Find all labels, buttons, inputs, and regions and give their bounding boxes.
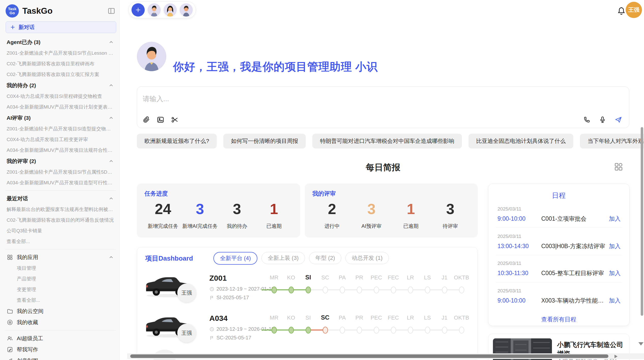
sidebar-item-creative-draw[interactable]: 创意制图	[5, 355, 116, 360]
filter-new-body[interactable]: 全新上装 (3)	[261, 252, 305, 264]
sidebar-task-item[interactable]: C0X4-动力总成开发项目SI里程碑提交物检查	[5, 91, 116, 102]
event-time: 13:00-14:30	[497, 243, 541, 250]
sidebar-task-item[interactable]: C02-飞腾新能源轻客改款项目立项汇报方案	[5, 69, 116, 80]
sidebar-item-my-favorites[interactable]: 我的收藏	[5, 317, 116, 328]
suggestion-chip[interactable]: 特朗普可能对进口汽车增税会对中国车企造成哪些影响	[312, 134, 462, 148]
recent-chat-item[interactable]: 解释最新出台的欧盟报废车法规再生塑料比例被调至15%...	[5, 204, 116, 215]
scroll-down-arrow-icon[interactable]	[638, 342, 643, 346]
sidebar-task-item[interactable]: C02-飞腾新能源轻客改款项目里程碑画布	[5, 58, 116, 69]
apps-view-all-link[interactable]: 查看全部...	[5, 295, 116, 306]
section-header-ai-review[interactable]: AI评审 (3)	[5, 112, 116, 124]
app-title: TaskGo	[22, 6, 107, 16]
sidebar-task-item[interactable]: Z001-全新燃油皮卡产品开发项目SI节点Lesson Learn报告	[5, 48, 116, 58]
bell-icon[interactable]	[617, 6, 626, 16]
creative-draw-label: 创意制图	[17, 357, 38, 360]
schedule-card: 日程 2025/03/11 9:00-10:00 C001-立项审批会 加入 2…	[488, 184, 630, 326]
milestone-sc: SC	[317, 273, 334, 303]
milestone-node	[357, 327, 362, 334]
chevron-up-icon[interactable]	[108, 254, 114, 260]
new-chat-button[interactable]: 新对话	[6, 21, 116, 33]
chevron-up-icon[interactable]	[108, 39, 114, 45]
sidebar-task-item[interactable]: Z001-全新燃油轻卡产品开发项目SI节点属性5D文件评审	[5, 167, 116, 177]
sidebar-collapse-button[interactable]	[107, 7, 116, 15]
milestone-ko: KO	[283, 313, 300, 343]
sidebar-task-item[interactable]: Z001-全新燃油轻卡产品开发项目SI造型提交物评审	[5, 124, 116, 134]
sidebar-collapse-icon	[107, 7, 116, 15]
sidebar-task-item[interactable]: A034-全新新能源MUV产品开发项目法规符合性评审	[5, 145, 116, 156]
divider	[5, 190, 116, 191]
stat-ai-prereview: 3AI预评审	[352, 201, 391, 230]
milestone-lr: LR	[402, 313, 419, 343]
add-agent-button[interactable]	[131, 3, 145, 17]
event-title: C001-立项审批会	[541, 215, 606, 223]
chevron-up-icon[interactable]	[108, 82, 114, 88]
event-join-link[interactable]: 加入	[609, 297, 621, 305]
vertical-scrollbar-thumb[interactable]	[641, 127, 643, 316]
event-date: 2025/03/11	[497, 288, 521, 294]
suggestion-chip[interactable]: 欧洲新规最近颁布了什么?	[137, 134, 217, 148]
recent-view-all-link[interactable]: 查看全部...	[5, 236, 116, 247]
microphone-icon[interactable]	[598, 116, 607, 124]
filter-model-year[interactable]: 年型 (2)	[309, 252, 341, 264]
milestone-node	[408, 287, 413, 293]
scissors-icon[interactable]	[171, 116, 179, 124]
sidebar-task-item[interactable]: A034-全新新能源MUV产品开发项目计划变更表编写	[5, 102, 116, 112]
agent-avatar-1[interactable]	[148, 3, 161, 17]
milestone-node	[442, 287, 447, 293]
task-progress-card: 任务进度 24新增完成任务 3新增AI完成任务 3我的待办 1已逾期	[137, 184, 300, 237]
event-join-link[interactable]: 加入	[609, 215, 621, 223]
milestone-pec: PEC	[368, 313, 385, 343]
chevron-up-icon[interactable]	[108, 115, 114, 121]
event-join-link[interactable]: 加入	[609, 242, 621, 250]
agent-avatar-2[interactable]	[164, 3, 177, 17]
project-owner-badge: 王强	[177, 283, 196, 302]
user-avatar[interactable]: 王强	[626, 2, 642, 18]
filter-new-platform[interactable]: 全新平台 (4)	[213, 252, 257, 265]
sidebar-item-my-apps[interactable]: 我的应用	[5, 252, 116, 263]
section-header-agent-done[interactable]: Agent已办 (3)	[5, 37, 116, 48]
project-row-z001[interactable]: 王强 Z001 2023-12-19 ~ 2027-01-19 SI-2025-…	[137, 270, 477, 308]
sidebar-item-ai-staff[interactable]: AI超级员工	[5, 333, 116, 344]
chevron-up-icon[interactable]	[108, 158, 114, 164]
project-flag-date: SI-2025-05-17	[209, 295, 249, 301]
event-join-link[interactable]: 加入	[609, 269, 621, 277]
send-icon[interactable]	[614, 116, 622, 124]
scroll-right-arrow-icon[interactable]	[614, 355, 618, 358]
sidebar-item-help-write[interactable]: 帮我写作	[5, 344, 116, 355]
project-row-a034[interactable]: 王强 A034 2023-12-19 ~ 2026-01-19 SC-2025-…	[137, 310, 477, 348]
horizontal-scrollbar-thumb[interactable]	[130, 354, 608, 358]
schedule-event: 10:30-11:30 C005-整车工程目标评审 加入	[497, 269, 621, 277]
image-icon[interactable]	[156, 116, 165, 124]
sidebar-item-project-mgmt[interactable]: 项目管理	[5, 263, 116, 274]
sidebar-item-product-mgmt[interactable]: 产品管理	[5, 274, 116, 284]
section-header-my-review[interactable]: 我的评审 (2)	[5, 156, 116, 167]
agent-avatar-bar	[128, 2, 196, 18]
suggestion-chip[interactable]: 如何写一份清晰的项目周报	[223, 134, 306, 148]
recent-chat-item[interactable]: 公司Q3轻卡销量	[5, 226, 116, 236]
recent-chat-item[interactable]: C02-飞腾新能源轻客改款项目的闭环通告反馈情况	[5, 215, 116, 226]
view-all-schedule-link[interactable]: 查看所有日程	[488, 316, 629, 323]
sidebar-item-change-mgmt[interactable]: 变更管理	[5, 284, 116, 295]
my-review-stats: 2进行中 3AI预评审 1已逾期 3待评审	[312, 201, 470, 230]
event-time: 9:00-10:00	[497, 215, 541, 222]
suggestion-chip[interactable]: 比亚迪全固态电池计划具体说了什么	[469, 134, 573, 148]
dashboard-title: 项目Dashboard	[145, 254, 193, 263]
input-toolbar-left	[142, 116, 179, 124]
my-favorites-label: 我的收藏	[17, 319, 38, 326]
agent-avatar-3[interactable]	[180, 3, 193, 17]
section-header-my-todo[interactable]: 我的待办 (2)	[5, 80, 116, 91]
suggestion-chip[interactable]: 当下年轻人对汽车外观有怎样的喜好趋势	[580, 134, 644, 148]
briefing-grid-icon[interactable]	[613, 162, 624, 172]
milestone-ls: LS	[419, 313, 436, 343]
suggestion-chips: 欧洲新规最近颁布了什么? 如何写一份清晰的项目周报 特朗普可能对进口汽车增税会对…	[137, 134, 644, 148]
app-root: Task Go TaskGo 新对话 Agent已办 (3) Z001-全新燃油…	[0, 0, 644, 360]
sidebar-item-my-cloud[interactable]: 我的云空间	[5, 306, 116, 317]
sidebar-task-item[interactable]: C0X4-动力总成开发项目工程变更评审	[5, 134, 116, 145]
filter-powertrain[interactable]: 动总开发 (1)	[345, 252, 389, 264]
sidebar-task-item[interactable]: A034-全新新能源MUV产品开发项目造型可行性评审	[5, 177, 116, 188]
chat-input[interactable]	[142, 92, 576, 106]
section-header-recent-chats[interactable]: 最近对话	[5, 193, 116, 204]
chevron-up-icon[interactable]	[108, 196, 114, 202]
attachment-icon[interactable]	[142, 116, 150, 124]
phone-icon[interactable]	[583, 116, 591, 124]
